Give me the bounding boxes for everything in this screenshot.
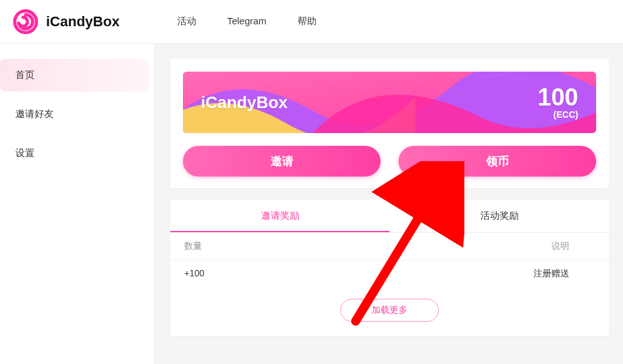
col-header-desc: 说明 (377, 241, 595, 252)
main-content: iCandyBox 100 (ECC) 邀请 领币 邀请奖励 活动奖励 数量 说… (155, 44, 623, 364)
balance-unit: (ECC) (538, 109, 578, 120)
cta-row: 邀请 领币 (183, 146, 596, 177)
top-nav: 活动 Telegram 帮助 (177, 15, 317, 28)
brand: iCandyBox (13, 9, 120, 35)
rewards-tabs: 邀请奖励 活动奖励 (170, 200, 609, 233)
sidebar: 首页 邀请好友 设置 (0, 44, 155, 364)
balance-amount: 100 (538, 85, 578, 109)
rewards-table-header: 数量 说明 (170, 233, 609, 260)
sidebar-item-home[interactable]: 首页 (0, 59, 149, 91)
hero-panel: iCandyBox 100 (ECC) 邀请 领币 (170, 59, 609, 188)
brand-title: iCandyBox (46, 13, 120, 30)
load-more-button[interactable]: 加载更多 (340, 299, 439, 322)
banner-title: iCandyBox (201, 93, 288, 113)
rewards-panel: 邀请奖励 活动奖励 数量 说明 +100 注册赠送 加载更多 (170, 200, 609, 336)
nav-link-help[interactable]: 帮助 (297, 15, 317, 28)
banner-balance: 100 (ECC) (538, 85, 578, 120)
tab-activity-rewards[interactable]: 活动奖励 (390, 200, 609, 232)
nav-link-activity[interactable]: 活动 (177, 15, 196, 28)
table-row: +100 注册赠送 (170, 260, 609, 287)
sidebar-item-invite[interactable]: 邀请好友 (0, 98, 149, 131)
col-header-amount: 数量 (184, 241, 377, 252)
sidebar-item-settings[interactable]: 设置 (0, 137, 149, 170)
page-body: 首页 邀请好友 设置 iCandyBox (0, 44, 623, 364)
balance-banner: iCandyBox 100 (ECC) (183, 72, 596, 133)
topbar: iCandyBox 活动 Telegram 帮助 (0, 0, 623, 44)
tab-invite-rewards[interactable]: 邀请奖励 (170, 200, 390, 232)
nav-link-telegram[interactable]: Telegram (227, 15, 267, 28)
load-more-wrap: 加载更多 (170, 299, 609, 322)
claim-button[interactable]: 领币 (398, 146, 596, 177)
invite-button[interactable]: 邀请 (183, 146, 381, 177)
row-desc: 注册赠送 (377, 268, 595, 280)
candy-spiral-logo-icon (13, 9, 38, 35)
row-amount: +100 (184, 268, 377, 280)
